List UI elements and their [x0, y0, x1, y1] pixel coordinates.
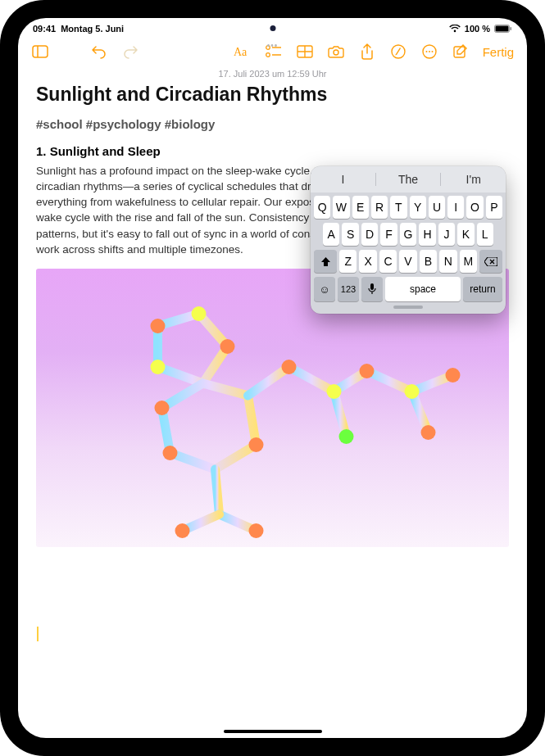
- numbers-key[interactable]: 123: [338, 277, 359, 301]
- done-button[interactable]: Fertig: [478, 45, 519, 59]
- front-camera: [270, 25, 275, 31]
- section-heading[interactable]: 1. Sunlight and Sleep: [36, 144, 509, 158]
- svg-point-25: [249, 437, 264, 452]
- svg-point-20: [151, 319, 166, 333]
- svg-point-18: [431, 51, 433, 52]
- key-l[interactable]: L: [477, 223, 493, 246]
- svg-rect-1: [496, 26, 509, 32]
- svg-point-27: [360, 364, 375, 378]
- shift-key[interactable]: [314, 250, 337, 273]
- key-u[interactable]: U: [429, 196, 445, 219]
- svg-point-34: [327, 384, 342, 399]
- note-timestamp: 17. Juli 2023 um 12:59 Uhr: [18, 67, 527, 84]
- key-j[interactable]: J: [438, 223, 455, 246]
- table-button[interactable]: [291, 39, 319, 64]
- key-g[interactable]: G: [400, 223, 416, 246]
- key-d[interactable]: D: [361, 223, 378, 246]
- svg-point-21: [192, 306, 207, 321]
- dictation-key[interactable]: [361, 277, 383, 301]
- key-i[interactable]: I: [447, 196, 464, 219]
- svg-point-28: [339, 429, 354, 444]
- text-format-button[interactable]: Aa: [229, 39, 257, 64]
- svg-point-33: [151, 360, 166, 374]
- battery-icon: [494, 25, 512, 33]
- key-k[interactable]: K: [457, 223, 474, 246]
- space-key[interactable]: space: [385, 277, 461, 301]
- svg-rect-3: [33, 46, 48, 57]
- camera-button[interactable]: [322, 39, 350, 64]
- note-body[interactable]: Sunlight and Circadian Rhythms #school #…: [18, 84, 527, 547]
- status-date: Montag 5. Juni: [61, 24, 124, 34]
- svg-point-29: [446, 368, 461, 383]
- undo-button[interactable]: [85, 39, 113, 64]
- svg-point-35: [405, 384, 420, 399]
- emoji-key[interactable]: ☺: [314, 277, 335, 301]
- svg-point-32: [175, 523, 190, 538]
- keyboard-drag-handle[interactable]: [393, 306, 423, 309]
- sidebar-toggle-button[interactable]: [26, 39, 54, 64]
- key-e[interactable]: E: [352, 196, 369, 219]
- key-b[interactable]: B: [420, 250, 437, 273]
- svg-point-30: [421, 425, 436, 440]
- wifi-icon: [449, 25, 461, 33]
- key-f[interactable]: F: [380, 223, 397, 246]
- key-m[interactable]: M: [460, 250, 477, 273]
- svg-rect-2: [511, 27, 512, 30]
- svg-point-24: [163, 446, 178, 460]
- multitasking-dots-icon[interactable]: •••: [267, 41, 279, 50]
- key-n[interactable]: N: [439, 250, 456, 273]
- suggestion-3[interactable]: I'm: [441, 173, 506, 186]
- note-title[interactable]: Sunlight and Circadian Rhythms: [36, 84, 509, 106]
- key-t[interactable]: T: [390, 196, 406, 219]
- floating-keyboard[interactable]: I The I'm QWERTYUIOP ASDFGHJKL ZXCVBNM: [311, 166, 506, 314]
- svg-point-8: [266, 53, 270, 57]
- svg-point-22: [220, 339, 235, 354]
- svg-point-23: [155, 401, 170, 415]
- keyboard-suggestions: I The I'm: [311, 166, 506, 192]
- key-w[interactable]: W: [333, 196, 349, 219]
- key-p[interactable]: P: [486, 196, 502, 219]
- suggestion-2[interactable]: The: [376, 173, 441, 186]
- markup-button[interactable]: [384, 39, 412, 64]
- svg-text:Aa: Aa: [234, 46, 248, 58]
- backspace-key[interactable]: [479, 250, 502, 273]
- key-v[interactable]: V: [399, 250, 416, 273]
- key-y[interactable]: Y: [410, 196, 426, 219]
- key-h[interactable]: H: [419, 223, 435, 246]
- key-c[interactable]: C: [379, 250, 397, 273]
- key-a[interactable]: A: [323, 223, 339, 246]
- svg-point-16: [425, 51, 427, 52]
- return-key[interactable]: return: [463, 277, 502, 301]
- more-button[interactable]: [416, 39, 443, 64]
- key-s[interactable]: S: [342, 223, 358, 246]
- svg-point-31: [249, 523, 264, 538]
- home-indicator[interactable]: [224, 730, 322, 733]
- svg-rect-36: [370, 283, 374, 290]
- svg-point-26: [282, 360, 297, 374]
- note-tags[interactable]: #school #psychology #biology: [36, 117, 509, 131]
- share-button[interactable]: [353, 39, 381, 64]
- key-r[interactable]: R: [371, 196, 388, 219]
- key-o[interactable]: O: [466, 196, 483, 219]
- svg-point-13: [334, 50, 338, 55]
- key-x[interactable]: X: [359, 250, 376, 273]
- key-z[interactable]: Z: [339, 250, 357, 273]
- suggestion-1[interactable]: I: [311, 173, 375, 186]
- text-cursor: [37, 627, 39, 641]
- new-note-button[interactable]: [447, 39, 475, 64]
- battery-percent: 100 %: [465, 24, 490, 34]
- redo-button: [116, 39, 144, 64]
- svg-point-17: [429, 51, 430, 52]
- status-time: 09:41: [33, 24, 56, 34]
- key-q[interactable]: Q: [314, 196, 330, 219]
